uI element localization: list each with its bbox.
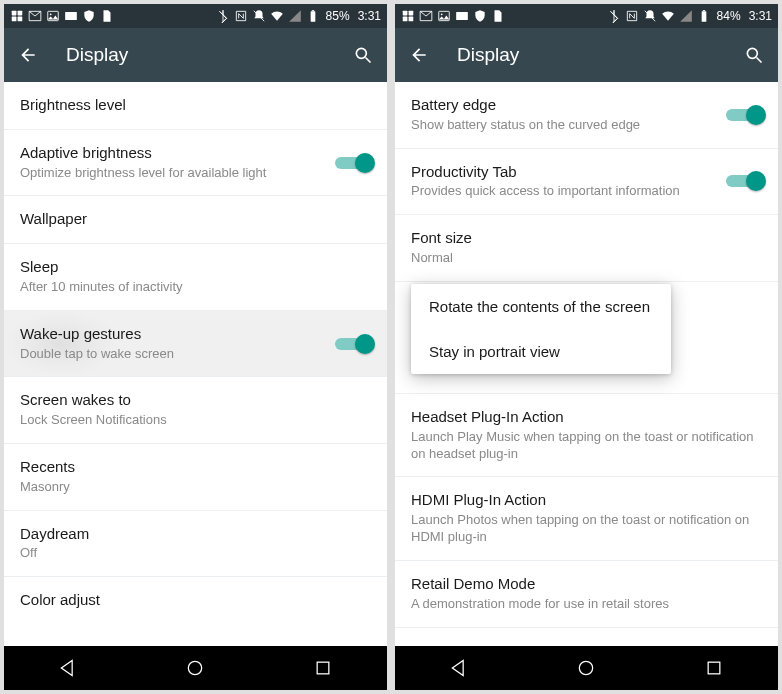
toggle-battery-edge[interactable]	[726, 105, 762, 125]
search-icon[interactable]	[353, 45, 373, 65]
row-primary: Brightness level	[20, 96, 371, 115]
phone-left: 85% 3:31 Display Brightness level Adapti…	[4, 4, 387, 690]
nav-recents-icon[interactable]	[312, 657, 334, 679]
popup-item-portrait[interactable]: Stay in portrait view	[411, 329, 671, 374]
row-primary: Retail Demo Mode	[411, 575, 762, 594]
settings-list[interactable]: Brightness level Adaptive brightness Opt…	[4, 82, 387, 646]
row-retail-demo[interactable]: Retail Demo Mode A demonstration mode fo…	[395, 561, 778, 628]
app-bar: Display	[395, 28, 778, 82]
toggle-productivity-tab[interactable]	[726, 171, 762, 191]
battery-percent: 85%	[326, 9, 350, 23]
sim-icon	[100, 9, 114, 23]
nav-back-icon[interactable]	[448, 657, 470, 679]
status-bar: 85% 3:31	[4, 4, 387, 28]
nfc-icon	[234, 9, 248, 23]
svg-rect-3	[18, 17, 23, 22]
back-icon[interactable]	[409, 45, 429, 65]
toggle-adaptive-brightness[interactable]	[335, 153, 371, 173]
no-signal-icon	[679, 9, 693, 23]
row-brightness-level[interactable]: Brightness level	[4, 82, 387, 130]
row-primary: HDMI Plug-In Action	[411, 491, 762, 510]
no-signal-icon	[288, 9, 302, 23]
svg-point-10	[189, 661, 202, 674]
svg-point-17	[441, 13, 443, 15]
row-primary: Adaptive brightness	[20, 144, 335, 163]
row-primary: Wake-up gestures	[20, 325, 335, 344]
gmail-icon	[419, 9, 433, 23]
status-clock: 3:31	[358, 9, 381, 23]
app-bar: Display	[4, 28, 387, 82]
bbm-icon	[401, 9, 415, 23]
battery-icon	[306, 9, 320, 23]
shield-icon	[473, 9, 487, 23]
row-primary: Wallpaper	[20, 210, 371, 229]
row-secondary: Masonry	[20, 479, 371, 496]
search-icon[interactable]	[744, 45, 764, 65]
svg-rect-15	[409, 17, 414, 22]
row-primary: Productivity Tab	[411, 163, 726, 182]
row-daydream[interactable]: Daydream Off	[4, 511, 387, 578]
row-recents[interactable]: Recents Masonry	[4, 444, 387, 511]
nav-home-icon[interactable]	[184, 657, 206, 679]
row-battery-edge[interactable]: Battery edge Show battery status on the …	[395, 82, 778, 149]
settings-list[interactable]: Battery edge Show battery status on the …	[395, 82, 778, 646]
rotation-popup: Rotate the contents of the screen Stay i…	[411, 284, 671, 374]
toggle-wake-up-gestures[interactable]	[335, 334, 371, 354]
row-secondary: After 10 minutes of inactivity	[20, 279, 371, 296]
row-secondary: Provides quick access to important infor…	[411, 183, 726, 200]
row-sleep[interactable]: Sleep After 10 minutes of inactivity	[4, 244, 387, 311]
row-secondary: Off	[20, 545, 371, 562]
nav-bar	[4, 646, 387, 690]
row-font-size[interactable]: Font size Normal	[395, 215, 778, 282]
image-icon	[46, 9, 60, 23]
row-secondary: Lock Screen Notifications	[20, 412, 371, 429]
page-title: Display	[457, 44, 744, 66]
row-wallpaper[interactable]: Wallpaper	[4, 196, 387, 244]
row-secondary: A demonstration mode for use in retail s…	[411, 596, 762, 613]
battery-percent: 84%	[717, 9, 741, 23]
row-primary: Daydream	[20, 525, 371, 544]
image-icon	[437, 9, 451, 23]
svg-rect-0	[12, 11, 17, 16]
popup-item-rotate[interactable]: Rotate the contents of the screen	[411, 284, 671, 329]
battery-icon	[697, 9, 711, 23]
svg-point-21	[747, 48, 757, 58]
row-primary: Font size	[411, 229, 762, 248]
row-secondary: Launch Play Music when tapping on the to…	[411, 429, 762, 463]
svg-rect-13	[409, 11, 414, 16]
row-adaptive-brightness[interactable]: Adaptive brightness Optimize brightness …	[4, 130, 387, 197]
row-wake-up-gestures[interactable]: Wake-up gestures Double tap to wake scre…	[4, 311, 387, 378]
row-secondary: Launch Photos when tapping on the toast …	[411, 512, 762, 546]
nfc-icon	[625, 9, 639, 23]
row-color-adjust[interactable]: Color adjust	[4, 577, 387, 624]
svg-rect-11	[317, 662, 329, 674]
back-icon[interactable]	[18, 45, 38, 65]
status-clock: 3:31	[749, 9, 772, 23]
row-headset-plugin[interactable]: Headset Plug-In Action Launch Play Music…	[395, 394, 778, 478]
row-hdmi-plugin[interactable]: HDMI Plug-In Action Launch Photos when t…	[395, 477, 778, 561]
svg-rect-1	[18, 11, 23, 16]
svg-rect-18	[456, 12, 468, 20]
phone-right: 84% 3:31 Display Battery edge Show batte…	[395, 4, 778, 690]
bbm-icon	[10, 9, 24, 23]
svg-point-22	[580, 661, 593, 674]
status-bar: 84% 3:31	[395, 4, 778, 28]
row-secondary: Normal	[411, 250, 762, 267]
page-title: Display	[66, 44, 353, 66]
wifi-icon	[270, 9, 284, 23]
row-primary: Screen wakes to	[20, 391, 371, 410]
row-primary: Headset Plug-In Action	[411, 408, 762, 427]
svg-rect-2	[12, 17, 17, 22]
svg-rect-12	[403, 11, 408, 16]
row-screen-wakes-to[interactable]: Screen wakes to Lock Screen Notification…	[4, 377, 387, 444]
svg-point-5	[50, 13, 52, 15]
shield-icon	[82, 9, 96, 23]
row-productivity-tab[interactable]: Productivity Tab Provides quick access t…	[395, 149, 778, 216]
row-primary: Color adjust	[20, 591, 371, 610]
nav-back-icon[interactable]	[57, 657, 79, 679]
svg-rect-6	[65, 12, 77, 20]
row-secondary: Optimize brightness level for available …	[20, 165, 335, 182]
nav-recents-icon[interactable]	[703, 657, 725, 679]
svg-rect-7	[310, 11, 315, 21]
nav-home-icon[interactable]	[575, 657, 597, 679]
